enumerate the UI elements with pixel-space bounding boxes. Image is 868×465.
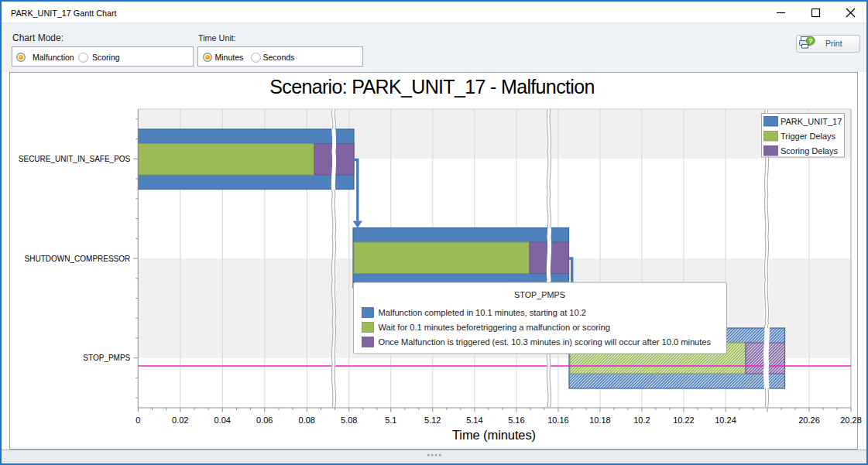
svg-text:10.18: 10.18 xyxy=(589,415,611,425)
svg-text:SHUTDOWN_COMPRESSOR: SHUTDOWN_COMPRESSOR xyxy=(25,255,131,263)
svg-text:0: 0 xyxy=(136,415,140,425)
svg-text:0.06: 0.06 xyxy=(256,415,273,425)
svg-text:5.1: 5.1 xyxy=(385,415,396,425)
svg-text:Once Malfunction is triggered: Once Malfunction is triggered (est. 10.3… xyxy=(379,337,712,347)
svg-text:Time (minutes): Time (minutes) xyxy=(452,428,536,442)
svg-text:0.08: 0.08 xyxy=(299,415,315,425)
svg-text:10.2: 10.2 xyxy=(633,415,650,425)
svg-text:Malfunction completed in 10.1: Malfunction completed in 10.1 minutes, s… xyxy=(379,308,586,317)
svg-text:Wait for 0.1 minutes beforetri: Wait for 0.1 minutes beforetriggering a … xyxy=(379,323,610,332)
svg-text:5.08: 5.08 xyxy=(341,415,357,425)
svg-text:Scoring Delays: Scoring Delays xyxy=(781,146,838,156)
svg-text:STOP_PMPS: STOP_PMPS xyxy=(514,290,565,299)
svg-text:5.16: 5.16 xyxy=(508,415,524,425)
svg-text:SECURE_UNIT_IN_SAFE_POS: SECURE_UNIT_IN_SAFE_POS xyxy=(19,155,131,163)
svg-text:5.12: 5.12 xyxy=(424,415,441,425)
svg-text:Scenario: PARK_UNIT_17 - Malfu: Scenario: PARK_UNIT_17 - Malfunction xyxy=(269,76,594,97)
svg-text:0.02: 0.02 xyxy=(172,415,188,425)
svg-text:0.04: 0.04 xyxy=(214,415,231,425)
svg-text:20.28: 20.28 xyxy=(840,415,862,425)
svg-text:PARK_UNIT_17: PARK_UNIT_17 xyxy=(781,117,842,126)
svg-text:5.14: 5.14 xyxy=(466,415,482,425)
svg-text:STOP_PMPS: STOP_PMPS xyxy=(83,354,130,362)
svg-text:10.16: 10.16 xyxy=(547,415,569,425)
svg-text:10.22: 10.22 xyxy=(673,415,695,425)
svg-text:10.24: 10.24 xyxy=(715,415,736,425)
svg-text:20.26: 20.26 xyxy=(798,415,820,425)
svg-text:Trigger Delays: Trigger Delays xyxy=(781,132,836,141)
